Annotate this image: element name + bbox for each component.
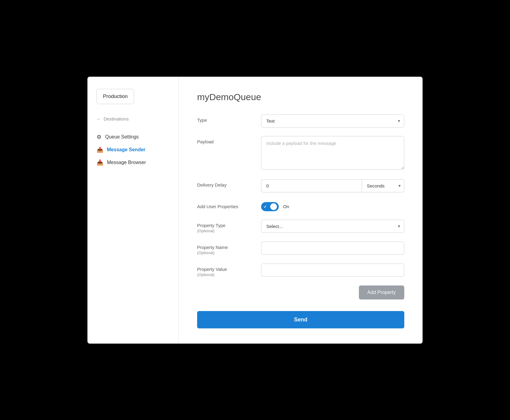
property-value-label-group: Property Value (Optional): [197, 264, 252, 277]
delivery-delay-unit-wrapper: Seconds Minutes Hours ▾: [362, 179, 404, 192]
user-properties-toggle[interactable]: ✓: [261, 202, 279, 211]
property-type-row: Property Type (Optional) Select... Strin…: [197, 220, 404, 233]
type-select-wrapper: Text JSON Binary ▾: [261, 114, 404, 128]
sidebar-item-label: Message Browser: [107, 160, 146, 165]
delivery-delay-unit-select[interactable]: Seconds Minutes Hours: [362, 179, 404, 192]
property-type-control: Select... String Integer Boolean ▾: [261, 220, 404, 233]
user-properties-control: ✓ On: [261, 201, 404, 211]
back-label: Destinations: [104, 116, 129, 121]
type-control: Text JSON Binary ▾: [261, 114, 404, 128]
toggle-slider: ✓: [261, 202, 279, 211]
delivery-delay-label: Delivery Delay: [197, 179, 252, 187]
property-name-label-group: Property Name (Optional): [197, 242, 252, 255]
message-sender-icon: 📤: [97, 147, 103, 152]
property-name-label: Property Name: [197, 245, 228, 250]
sidebar: Production ← Destinations ⚙ Queue Settin…: [87, 77, 179, 344]
sidebar-item-queue-settings[interactable]: ⚙ Queue Settings: [87, 131, 179, 143]
property-type-sublabel: (Optional): [197, 229, 214, 233]
property-name-sublabel: (Optional): [197, 250, 214, 255]
delivery-delay-control: Seconds Minutes Hours ▾: [261, 179, 404, 192]
add-user-properties-label: Add User Properties: [197, 201, 252, 209]
back-arrow-icon: ←: [97, 116, 101, 121]
sidebar-navigation: ⚙ Queue Settings 📤 Message Sender 📥: [87, 131, 179, 169]
add-property-button[interactable]: Add Property: [359, 285, 404, 299]
message-browser-icon: 📥: [97, 160, 103, 165]
property-name-input[interactable]: [261, 242, 404, 255]
property-type-label: Property Type: [197, 223, 225, 228]
property-type-select-wrapper: Select... String Integer Boolean ▾: [261, 220, 404, 233]
property-value-sublabel: (Optional): [197, 272, 214, 277]
property-value-control: [261, 264, 404, 277]
property-type-label-group: Property Type (Optional): [197, 220, 252, 233]
sidebar-item-label: Queue Settings: [105, 134, 139, 140]
sidebar-item-message-sender[interactable]: 📤 Message Sender: [87, 143, 179, 156]
toggle-group: ✓ On: [261, 201, 404, 211]
toggle-check-icon: ✓: [264, 204, 267, 209]
delivery-delay-group: Seconds Minutes Hours ▾: [261, 179, 404, 192]
type-row: Type Text JSON Binary ▾: [197, 114, 404, 128]
payload-label: Payload: [197, 136, 252, 144]
toggle-on-label: On: [283, 204, 289, 209]
property-type-select[interactable]: Select... String Integer Boolean: [261, 220, 404, 233]
environment-button[interactable]: Production: [97, 89, 134, 104]
user-properties-toggle-row: Add User Properties ✓ On: [197, 201, 404, 211]
delivery-delay-row: Delivery Delay Seconds Minutes Hours ▾: [197, 179, 404, 192]
delivery-delay-input[interactable]: [261, 179, 362, 192]
page-title: myDemoQueue: [197, 92, 404, 102]
type-label: Type: [197, 114, 252, 123]
add-property-row: Add Property: [197, 285, 404, 299]
payload-row: Payload: [197, 136, 404, 171]
send-button[interactable]: Send: [197, 311, 404, 328]
payload-textarea[interactable]: [261, 136, 404, 170]
payload-control: [261, 136, 404, 171]
back-to-destinations[interactable]: ← Destinations: [87, 116, 179, 131]
message-sender-form: Type Text JSON Binary ▾ Payload: [197, 114, 404, 328]
property-value-row: Property Value (Optional): [197, 264, 404, 277]
main-content: myDemoQueue Type Text JSON Binary ▾: [179, 77, 423, 344]
sidebar-item-label: Message Sender: [107, 147, 145, 152]
gear-icon: ⚙: [97, 134, 101, 140]
property-name-control: [261, 242, 404, 255]
property-value-label: Property Value: [197, 267, 227, 272]
property-name-row: Property Name (Optional): [197, 242, 404, 255]
type-select[interactable]: Text JSON Binary: [261, 114, 404, 128]
sidebar-item-message-browser[interactable]: 📥 Message Browser: [87, 156, 179, 169]
property-value-input[interactable]: [261, 264, 404, 277]
